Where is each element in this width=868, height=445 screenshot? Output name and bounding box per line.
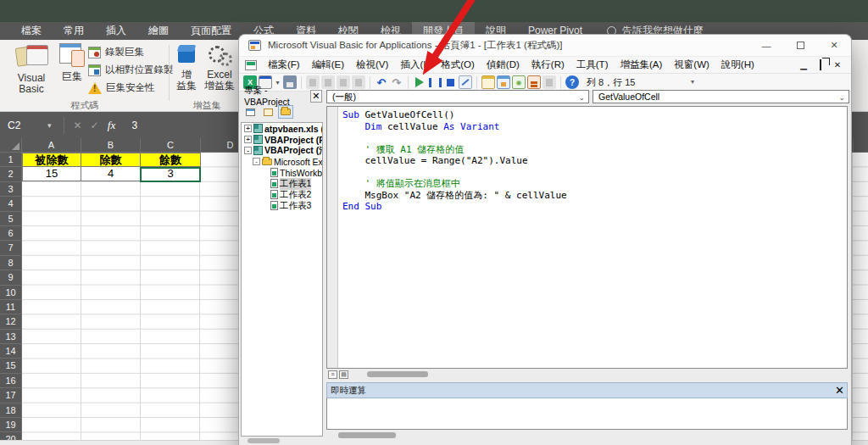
cell-C2[interactable]: 3 bbox=[140, 166, 201, 181]
tree-item-Microsoft Ex[interactable]: -Microsoft Ex bbox=[242, 156, 322, 167]
cell-B2[interactable]: 4 bbox=[81, 166, 141, 181]
project-hscrollbar[interactable] bbox=[241, 437, 323, 445]
toggle-folders-button[interactable] bbox=[278, 105, 293, 119]
break-icon[interactable] bbox=[428, 75, 442, 89]
insert-function-icon[interactable]: fx bbox=[103, 119, 120, 132]
view-object-button[interactable] bbox=[260, 105, 275, 119]
design-mode-icon[interactable] bbox=[459, 75, 472, 89]
vba-menu-增益集[interactable]: 增益集(A) bbox=[614, 58, 668, 71]
immediate-hscrollbar[interactable] bbox=[326, 430, 848, 441]
vba-menu-檢視[interactable]: 檢視(V) bbox=[350, 58, 394, 71]
scrollbar-thumb[interactable] bbox=[248, 438, 280, 443]
toolbox-icon[interactable] bbox=[527, 75, 541, 89]
properties-window-icon[interactable] bbox=[497, 75, 510, 89]
vba-menu-編輯[interactable]: 編輯(E) bbox=[306, 58, 350, 71]
row-header-1[interactable]: 1 bbox=[0, 153, 22, 167]
record-macro-button[interactable]: 錄製巨集 bbox=[88, 46, 144, 58]
column-header-C[interactable]: C bbox=[141, 138, 201, 153]
expand-icon[interactable]: + bbox=[244, 125, 252, 132]
tree-item-atpvbaen.xls (A[interactable]: +atpvbaen.xls (A bbox=[242, 123, 322, 134]
vba-titlebar[interactable]: Microsoft Visual Basic for Applications … bbox=[239, 35, 851, 57]
cell-A1[interactable]: 被除數 bbox=[22, 153, 81, 167]
minimize-button[interactable]: — bbox=[749, 35, 783, 56]
vba-menu-視窗[interactable]: 視窗(W) bbox=[668, 58, 715, 71]
row-header-15[interactable]: 15 bbox=[0, 359, 22, 373]
tree-item-VBAProject (F[interactable]: +VBAProject (F bbox=[242, 134, 322, 145]
row-header-13[interactable]: 13 bbox=[0, 330, 22, 344]
vba-menu-說明[interactable]: 說明(H) bbox=[715, 58, 760, 71]
scrollbar-thumb[interactable] bbox=[338, 432, 396, 438]
cell-B1[interactable]: 除數 bbox=[81, 153, 141, 167]
name-box-dropdown-icon[interactable]: ▾ bbox=[47, 121, 52, 130]
object-dropdown[interactable]: (一般) ⌄ bbox=[326, 90, 589, 103]
row-header-3[interactable]: 3 bbox=[0, 182, 22, 197]
macros-button[interactable]: 巨集 bbox=[58, 43, 86, 108]
macro-security-button[interactable]: 巨集安全性 bbox=[88, 81, 155, 94]
tree-item-工作表1[interactable]: 工作表1 bbox=[242, 178, 322, 189]
enter-formula-icon[interactable]: ✓ bbox=[86, 120, 103, 131]
project-explorer-header[interactable]: 專案 - VBAProject ✕ bbox=[241, 88, 323, 103]
row-header-14[interactable]: 14 bbox=[0, 344, 22, 359]
formula-bar-value[interactable]: 3 bbox=[132, 120, 138, 131]
row-header-2[interactable]: 2 bbox=[0, 167, 22, 181]
doc-close-button[interactable]: ✕ bbox=[831, 60, 844, 70]
relative-record-button[interactable]: 以相對位置錄製 bbox=[88, 64, 174, 76]
immediate-window[interactable] bbox=[326, 398, 848, 430]
tree-item-VBAProject (活[interactable]: -VBAProject (活 bbox=[242, 145, 322, 156]
visual-basic-button[interactable]: Visual Basic bbox=[5, 43, 58, 108]
column-header-B[interactable]: B bbox=[81, 138, 141, 153]
addins-button[interactable]: 增 益集 bbox=[173, 43, 200, 108]
close-button[interactable]: ✕ bbox=[817, 35, 851, 56]
row-header-18[interactable]: 18 bbox=[0, 403, 22, 418]
vba-menu-格式[interactable]: 格式(O) bbox=[435, 58, 481, 71]
select-all-corner[interactable] bbox=[0, 138, 22, 153]
vba-menu-檔案[interactable]: 檔案(F) bbox=[262, 58, 306, 71]
row-header-16[interactable]: 16 bbox=[0, 374, 22, 388]
view-code-button[interactable] bbox=[242, 105, 258, 119]
find-icon[interactable] bbox=[352, 75, 365, 89]
row-header-9[interactable]: 9 bbox=[0, 270, 22, 285]
cell-C1[interactable]: 餘數 bbox=[140, 153, 201, 167]
excel-addins-button[interactable]: Excel 增益集 bbox=[202, 43, 237, 108]
immediate-close-icon[interactable]: ✕ bbox=[832, 383, 847, 398]
project-close-icon[interactable]: ✕ bbox=[310, 90, 322, 103]
scrollbar-thumb[interactable] bbox=[367, 371, 428, 377]
paste-icon[interactable] bbox=[337, 75, 350, 89]
maximize-button[interactable] bbox=[783, 35, 817, 56]
ribbon-tab-繪圖[interactable]: 繪圖 bbox=[137, 22, 180, 40]
row-header-7[interactable]: 7 bbox=[0, 241, 22, 255]
ribbon-tab-插入[interactable]: 插入 bbox=[95, 22, 137, 40]
tree-item-工作表3[interactable]: 工作表3 bbox=[242, 200, 322, 211]
immediate-window-header[interactable]: 即時運算 ✕ bbox=[326, 382, 848, 398]
vba-menu-偵錯[interactable]: 偵錯(D) bbox=[481, 58, 526, 71]
split-view-button[interactable]: ≡ bbox=[328, 370, 337, 379]
expand-icon[interactable]: + bbox=[244, 136, 252, 143]
ribbon-tab-檔案[interactable]: 檔案 bbox=[10, 22, 53, 40]
tree-item-ThisWorkb[interactable]: ThisWorkb bbox=[242, 167, 322, 178]
more-icon[interactable] bbox=[542, 75, 556, 89]
vba-menu-插入[interactable]: 插入(I) bbox=[394, 58, 435, 71]
reset-icon[interactable] bbox=[443, 75, 457, 89]
help-icon[interactable] bbox=[565, 75, 579, 89]
object-browser-icon[interactable] bbox=[512, 75, 526, 89]
undo-icon[interactable] bbox=[375, 75, 388, 89]
row-header-19[interactable]: 19 bbox=[0, 418, 22, 432]
collapse-icon[interactable]: - bbox=[253, 158, 260, 165]
collapse-icon[interactable]: - bbox=[244, 147, 252, 154]
run-icon[interactable] bbox=[413, 75, 426, 89]
ribbon-tab-常用[interactable]: 常用 bbox=[53, 22, 95, 40]
row-header-6[interactable]: 6 bbox=[0, 226, 22, 241]
doc-minimize-button[interactable]: ▁ bbox=[797, 60, 810, 70]
doc-restore-button[interactable] bbox=[814, 60, 827, 70]
full-view-button[interactable]: ▤ bbox=[339, 370, 348, 379]
redo-icon[interactable] bbox=[390, 75, 403, 89]
cancel-formula-icon[interactable]: ✕ bbox=[70, 120, 86, 131]
procedure-dropdown[interactable]: GetValueOfCell ⌄ bbox=[593, 90, 849, 103]
row-header-8[interactable]: 8 bbox=[0, 256, 22, 270]
project-explorer-icon[interactable] bbox=[481, 75, 495, 89]
row-header-4[interactable]: 4 bbox=[0, 197, 22, 211]
code-editor[interactable]: Sub GetValueOfCell() Dim cellValue As Va… bbox=[326, 106, 848, 369]
name-box[interactable]: C2 bbox=[0, 120, 47, 131]
row-header-10[interactable]: 10 bbox=[0, 286, 22, 300]
row-header-11[interactable]: 11 bbox=[0, 300, 22, 314]
